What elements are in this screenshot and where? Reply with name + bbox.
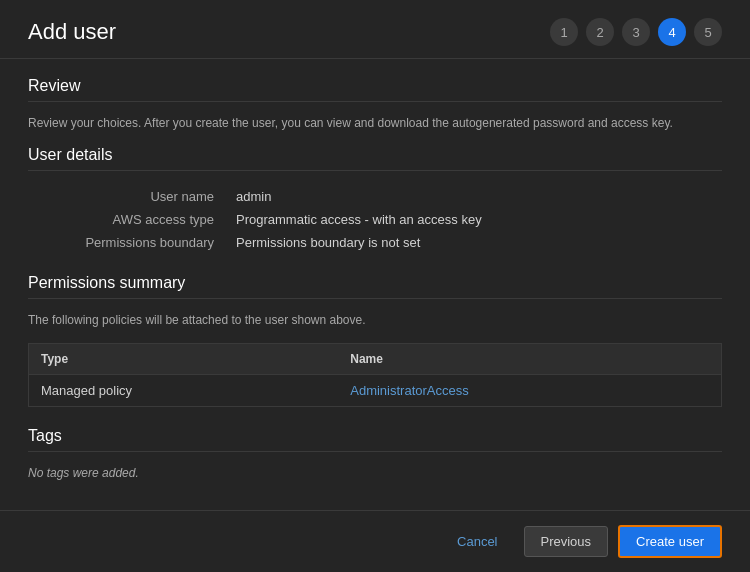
table-row: Managed policy AdministratorAccess xyxy=(29,375,722,407)
permissions-summary-section: Permissions summary The following polici… xyxy=(28,274,722,407)
permissions-summary-title: Permissions summary xyxy=(28,274,722,292)
permissions-summary-description: The following policies will be attached … xyxy=(28,313,722,327)
permissions-boundary-label: Permissions boundary xyxy=(28,231,228,254)
username-value: admin xyxy=(228,185,722,208)
modal-title: Add user xyxy=(28,19,116,45)
tags-divider xyxy=(28,451,722,452)
table-row: User name admin xyxy=(28,185,722,208)
permissions-table: Type Name Managed policy AdministratorAc… xyxy=(28,343,722,407)
tags-empty-message: No tags were added. xyxy=(28,466,722,480)
modal-footer: Cancel Previous Create user xyxy=(0,510,750,572)
table-row: Permissions boundary Permissions boundar… xyxy=(28,231,722,254)
permissions-table-header-row: Type Name xyxy=(29,344,722,375)
username-label: User name xyxy=(28,185,228,208)
step-2: 2 xyxy=(586,18,614,46)
policy-type: Managed policy xyxy=(29,375,339,407)
permissions-boundary-value: Permissions boundary is not set xyxy=(228,231,722,254)
review-divider xyxy=(28,101,722,102)
step-indicators: 1 2 3 4 5 xyxy=(550,18,722,46)
step-1: 1 xyxy=(550,18,578,46)
user-details-table: User name admin AWS access type Programm… xyxy=(28,185,722,254)
review-description: Review your choices. After you create th… xyxy=(28,116,722,130)
type-column-header: Type xyxy=(29,344,339,375)
access-type-value: Programmatic access - with an access key xyxy=(228,208,722,231)
review-section: Review Review your choices. After you cr… xyxy=(28,77,722,130)
previous-button[interactable]: Previous xyxy=(524,526,609,557)
access-type-label: AWS access type xyxy=(28,208,228,231)
add-user-modal: Add user 1 2 3 4 5 Review Review your ch xyxy=(0,0,750,572)
user-details-section: User details User name admin AWS access … xyxy=(28,146,722,254)
permissions-summary-divider xyxy=(28,298,722,299)
user-details-title: User details xyxy=(28,146,722,164)
review-title: Review xyxy=(28,77,722,95)
create-user-button[interactable]: Create user xyxy=(618,525,722,558)
tags-title: Tags xyxy=(28,427,722,445)
administrator-access-link[interactable]: AdministratorAccess xyxy=(350,383,468,398)
step-5: 5 xyxy=(694,18,722,46)
modal-header: Add user 1 2 3 4 5 xyxy=(0,0,750,59)
policy-name: AdministratorAccess xyxy=(338,375,721,407)
cancel-button[interactable]: Cancel xyxy=(441,527,513,556)
name-column-header: Name xyxy=(338,344,721,375)
user-details-divider xyxy=(28,170,722,171)
tags-section: Tags No tags were added. xyxy=(28,427,722,480)
step-4-active: 4 xyxy=(658,18,686,46)
step-3: 3 xyxy=(622,18,650,46)
table-row: AWS access type Programmatic access - wi… xyxy=(28,208,722,231)
modal-body: Review Review your choices. After you cr… xyxy=(0,59,750,510)
